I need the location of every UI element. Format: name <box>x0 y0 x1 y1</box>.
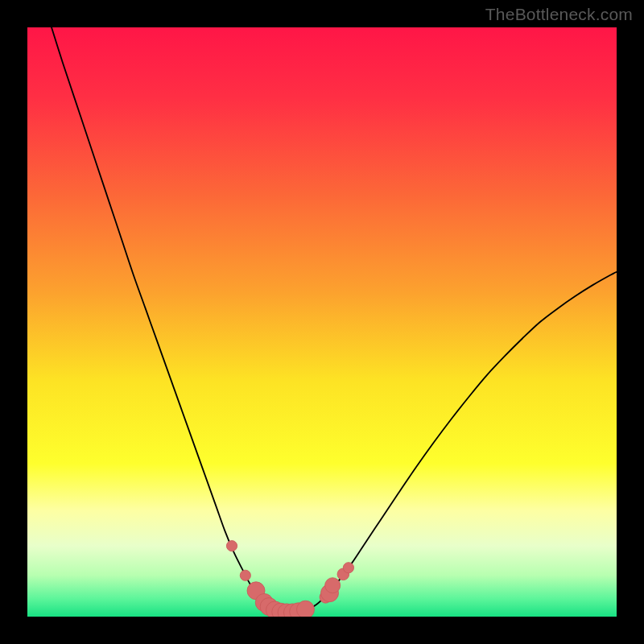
chart-curve-layer <box>27 27 617 617</box>
chart-markers <box>226 541 353 617</box>
data-marker <box>240 570 250 580</box>
data-marker <box>226 541 237 551</box>
data-marker <box>343 563 353 573</box>
data-marker <box>297 601 315 617</box>
chart-plot-area <box>27 27 617 617</box>
watermark-text: TheBottleneck.com <box>485 5 633 24</box>
data-marker <box>325 578 341 593</box>
bottleneck-curve <box>52 27 617 613</box>
